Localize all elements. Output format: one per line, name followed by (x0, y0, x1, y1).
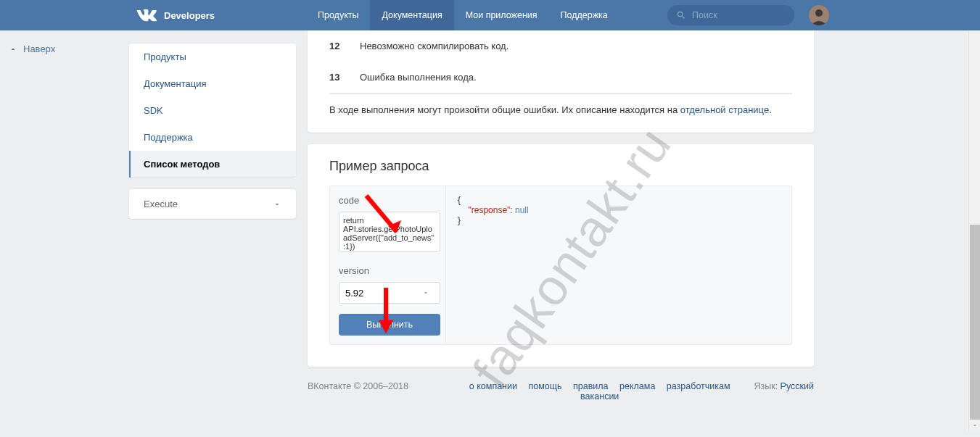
sidebar-execute-panel: Execute (129, 189, 296, 219)
logo-area[interactable]: Developers (136, 5, 306, 25)
page-body: Наверх Продукты Документация SDK Поддерж… (0, 30, 980, 416)
scroll-top-link[interactable]: Наверх (9, 43, 115, 54)
footer-copyright: ВКонтакте © 2006–2018 (308, 381, 445, 391)
search-icon (676, 10, 686, 20)
scroll-down-button[interactable] (969, 420, 980, 431)
search-box[interactable] (667, 5, 794, 25)
error-desc: Невозможно скомпилировать код. (360, 41, 792, 51)
colon: : (510, 205, 515, 215)
sidebar-execute-label: Execute (144, 199, 178, 209)
error-row: 13 Ошибка выполнения кода. (329, 62, 792, 93)
annotation-arrow-icon (371, 284, 400, 345)
footer-links: о компании помощь правила реклама разраб… (445, 381, 754, 401)
footer-link-about[interactable]: о компании (469, 381, 517, 391)
error-code: 13 (329, 72, 360, 83)
left-column: Наверх (0, 30, 129, 416)
svg-point-1 (815, 9, 823, 17)
footer-lang-value[interactable]: Русский (781, 381, 814, 391)
annotation-arrow-icon (359, 190, 410, 251)
tab-docs[interactable]: Документация (370, 0, 453, 30)
brace: } (458, 215, 461, 225)
response-output: { "response": null } (446, 186, 791, 344)
errors-block: 12 Невозможно скомпилировать код. 13 Оши… (308, 30, 814, 133)
example-title: Пример запроса (329, 159, 792, 174)
sidebar-item-sdk[interactable]: SDK (129, 97, 296, 124)
error-row: 12 Невозможно скомпилировать код. (329, 30, 792, 62)
topbar: Developers Продукты Документация Мои при… (0, 0, 980, 30)
error-desc: Ошибка выполнения кода. (360, 72, 792, 83)
version-label: version (339, 265, 437, 276)
nav-tabs: Продукты Документация Мои приложения Под… (306, 0, 619, 30)
sidebar: Продукты Документация SDK Поддержка Спис… (129, 43, 296, 416)
svg-marker-5 (379, 320, 393, 333)
footer-link-rules[interactable]: правила (573, 381, 609, 391)
scroll-thumb[interactable] (970, 225, 980, 420)
page-scrollbar[interactable] (968, 0, 980, 431)
footer-link-help[interactable]: помощь (528, 381, 561, 391)
avatar[interactable] (809, 5, 829, 25)
footer-lang: Язык: Русский (754, 381, 814, 391)
errors-note-link[interactable]: отдельной странице (680, 104, 769, 115)
sidebar-item-docs[interactable]: Документация (129, 70, 296, 97)
chevron-down-icon (273, 200, 281, 209)
tab-products[interactable]: Продукты (306, 0, 370, 30)
scroll-top-label: Наверх (23, 43, 55, 54)
avatar-image (809, 5, 829, 25)
sidebar-item-products[interactable]: Продукты (129, 43, 296, 70)
vk-logo-icon (136, 5, 157, 25)
errors-note: В ходе выполнения могут произойти общие … (329, 93, 792, 115)
footer: ВКонтакте © 2006–2018 о компании помощь … (308, 367, 814, 416)
tab-apps[interactable]: Мои приложения (454, 0, 549, 30)
brand-label: Developers (164, 10, 215, 21)
footer-lang-label: Язык: (754, 381, 780, 391)
search-input[interactable] (692, 10, 779, 20)
response-value: null (515, 205, 529, 215)
sidebar-nav-panel: Продукты Документация SDK Поддержка Спис… (129, 43, 296, 178)
sidebar-item-support[interactable]: Поддержка (129, 124, 296, 151)
response-key: "response" (468, 205, 510, 215)
sidebar-execute[interactable]: Execute (129, 189, 296, 219)
error-code: 12 (329, 41, 360, 51)
errors-note-post: . (769, 104, 772, 115)
chevron-up-icon (9, 45, 17, 54)
sidebar-item-methods[interactable]: Список методов (129, 151, 296, 178)
footer-link-devs[interactable]: разработчикам (667, 381, 730, 391)
footer-link-ads[interactable]: реклама (619, 381, 655, 391)
errors-note-pre: В ходе выполнения могут произойти общие … (329, 104, 680, 115)
footer-link-jobs[interactable]: вакансии (580, 391, 619, 401)
brace: { (458, 195, 461, 205)
tab-support[interactable]: Поддержка (549, 0, 619, 30)
